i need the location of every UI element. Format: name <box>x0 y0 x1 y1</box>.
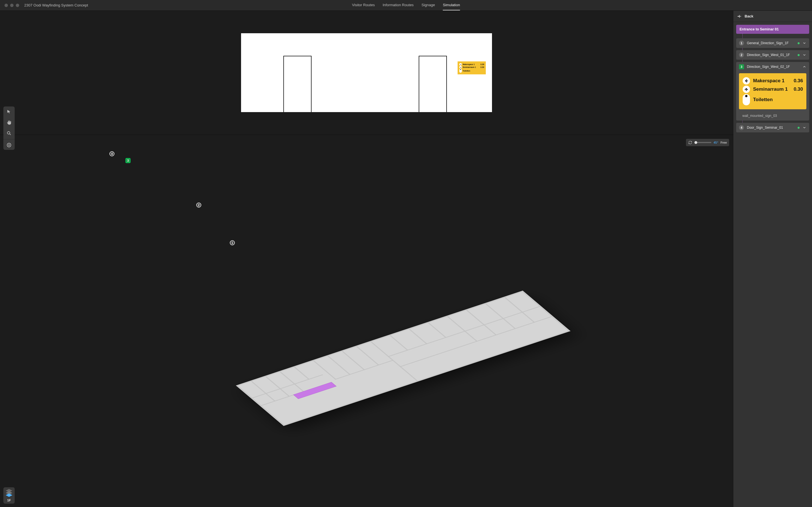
tab-signage[interactable]: Signage <box>421 0 435 10</box>
back-label: Back <box>745 14 753 18</box>
close-icon[interactable] <box>4 4 8 7</box>
plan-3d-viewport[interactable]: 45° Free <box>0 135 733 507</box>
doorway <box>283 56 312 112</box>
route-marker[interactable]: 4 <box>109 151 114 156</box>
active-floor-label: 1F <box>7 499 11 502</box>
sign-row-value: 0.30 <box>480 66 484 68</box>
arrow-up-icon <box>459 66 462 68</box>
route-panel: Back Entrance to Seminar 01 1 General_Di… <box>733 11 812 507</box>
route-step-header[interactable]: 2 Direction_Sign_West_01_1F <box>736 50 809 60</box>
route-step: 2 Direction_Sign_West_01_1F <box>736 50 809 60</box>
step-label: Direction_Sign_West_02_1F <box>747 65 800 69</box>
sign-detail-card: Makerspace 1 0.36 Seminarraum 1 0.30 <box>739 73 806 109</box>
elevation-viewport[interactable]: Makerspace 1 0.36 Seminarraum 1 0.30 Toi… <box>0 11 733 135</box>
chevron-down-icon <box>802 126 806 129</box>
zoom-tool[interactable] <box>3 128 15 138</box>
main-tabs: Visitor Routes Information Routes Signag… <box>352 0 460 10</box>
step-number-badge: 1 <box>739 41 744 46</box>
toilet-icon <box>459 69 462 73</box>
route-step-header[interactable]: 1 General_Direction_Sign_1F <box>736 38 809 48</box>
route-step-header[interactable]: 4 Door_Sign_Seminar_01 <box>736 123 809 132</box>
sign-row-name: Seminarraum 1 <box>463 66 479 68</box>
step-number-badge: 3 <box>739 64 744 69</box>
view-mode: Free <box>720 141 727 144</box>
rotation-slider[interactable] <box>695 142 711 143</box>
status-ok-icon <box>798 127 800 129</box>
arrow-left-icon <box>743 77 750 84</box>
sign-row-value: 0.36 <box>480 63 484 65</box>
sign-asset-name: wall_mounted_sign_03 <box>736 112 809 121</box>
route-marker-active[interactable]: 3 <box>125 158 131 163</box>
floor-model[interactable] <box>236 290 570 426</box>
route-step-active: 3 Direction_Sign_West_02_1F Makerspace 1… <box>736 62 809 121</box>
step-number-badge: 2 <box>739 52 744 57</box>
chevron-up-icon <box>802 65 806 69</box>
route-title: Entrance to Seminar 01 <box>736 25 809 34</box>
main-viewport: Makerspace 1 0.36 Seminarraum 1 0.30 Toi… <box>0 11 733 507</box>
step-number-badge: 4 <box>739 125 744 130</box>
route-step-header[interactable]: 3 Direction_Sign_West_02_1F <box>736 62 809 71</box>
layers-icon <box>5 489 13 497</box>
sign-row-value: 0.30 <box>792 87 803 92</box>
arrow-left-icon <box>737 14 742 19</box>
refresh-icon[interactable] <box>688 140 692 145</box>
sign-row-value: 0.36 <box>792 78 803 83</box>
tab-simulation[interactable]: Simulation <box>443 0 460 10</box>
zoom-icon[interactable] <box>16 4 19 7</box>
wall-sign-preview[interactable]: Makerspace 1 0.36 Seminarraum 1 0.30 Toi… <box>458 61 486 74</box>
doorway <box>419 56 447 112</box>
sign-row-name: Toiletten <box>463 70 484 72</box>
select-tool[interactable] <box>3 107 15 117</box>
route-step: 1 General_Direction_Sign_1F <box>736 38 809 48</box>
view-angle: 45° <box>714 141 718 144</box>
back-button[interactable]: Back <box>733 11 812 22</box>
chevron-down-icon <box>802 41 806 45</box>
viewport-tools <box>3 107 15 150</box>
sign-row-name: Makerspace 1 <box>463 63 479 65</box>
route-steps: 1 General_Direction_Sign_1F 2 Direction_… <box>736 34 809 132</box>
chevron-down-icon <box>802 53 806 57</box>
window-title: 2307 Oodi Wayfinding System Concept <box>24 3 88 7</box>
layer-switcher[interactable]: 1F <box>3 487 15 504</box>
add-button[interactable] <box>3 139 15 150</box>
step-label: General_Direction_Sign_1F <box>747 41 795 45</box>
status-ok-icon <box>798 42 800 44</box>
route-marker[interactable]: 1 <box>230 240 235 245</box>
tab-visitor-routes[interactable]: Visitor Routes <box>352 0 375 10</box>
sign-row-name: Seminarraum 1 <box>753 87 789 92</box>
route-marker[interactable]: 2 <box>196 203 201 208</box>
arrow-left-icon <box>459 63 462 66</box>
view-controls: 45° Free <box>686 139 729 146</box>
status-ok-icon <box>798 54 800 56</box>
minimize-icon[interactable] <box>10 4 13 7</box>
tab-information-routes[interactable]: Information Routes <box>383 0 414 10</box>
wall-elevation: Makerspace 1 0.36 Seminarraum 1 0.30 Toi… <box>241 33 492 112</box>
arrow-up-icon <box>743 86 750 93</box>
step-label: Direction_Sign_West_01_1F <box>747 53 795 57</box>
pan-tool[interactable] <box>3 117 15 128</box>
titlebar: 2307 Oodi Wayfinding System Concept Visi… <box>0 0 812 11</box>
svg-point-0 <box>7 131 10 134</box>
toilet-icon <box>743 94 750 105</box>
route-step: 4 Door_Sign_Seminar_01 <box>736 123 809 132</box>
window-controls[interactable] <box>4 4 19 7</box>
step-label: Door_Sign_Seminar_01 <box>747 126 795 129</box>
sign-row-name: Makerspace 1 <box>753 78 789 83</box>
sign-row-name: Toiletten <box>753 97 789 103</box>
